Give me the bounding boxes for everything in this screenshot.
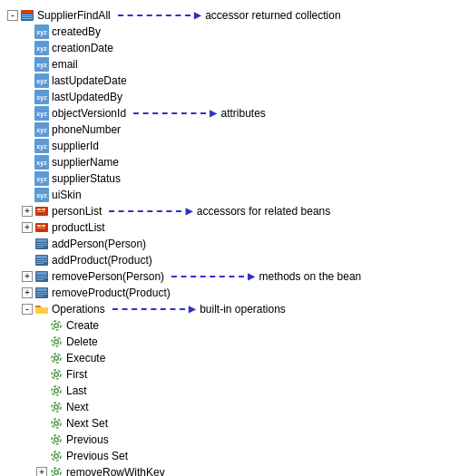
svg-point-35 [55,325,58,327]
svg-rect-8 [37,211,45,212]
label-supplierStatus: supplierStatus [52,172,121,185]
label-removeRowWithKey: removeRowWithKey [66,466,165,476]
attr-objectVersionId[interactable]: xyz objectVersionId ▶ attributes [4,105,455,121]
label-supplierId: supplierId [52,140,99,152]
removeRowWithKey-expand[interactable]: + [36,467,47,476]
rel-productList[interactable]: + productList [4,219,455,236]
xyz-icon-supplierName: xyz [34,155,49,170]
label-supplierName: supplierName [52,156,119,169]
svg-rect-17 [36,247,44,248]
label-lastUpdatedBy: lastUpdatedBy [52,91,122,103]
method-addPerson[interactable]: addPerson(Person) [4,236,455,252]
removePerson-expand[interactable]: + [22,271,33,282]
tree-root[interactable]: - SupplierFindAll ▶ accessor returned co… [4,7,455,24]
operations-folder-icon [34,302,49,316]
label-creationDate: creationDate [52,42,113,54]
svg-rect-20 [36,259,47,260]
svg-rect-12 [37,228,45,228]
label-phoneNumber: phoneNumber [52,123,121,136]
label-removeProduct: removeProduct(Product) [52,287,171,299]
method-icon-removeProduct [34,286,49,300]
xyz-icon-createdBy: xyz [34,24,49,39]
xyz-icon-supplierStatus: xyz [34,171,49,186]
method-removePerson[interactable]: + removePerson(Person) ▶ methods on the … [4,268,455,285]
svg-rect-22 [36,263,44,264]
label-addProduct: addProduct(Product) [52,254,152,267]
svg-rect-32 [36,296,44,296]
label-removePerson: removePerson(Person) [52,270,164,283]
attr-email[interactable]: xyz email [4,56,455,73]
svg-rect-3 [22,16,33,17]
label-create: Create [66,319,99,332]
gear-icon-next-set [49,416,63,431]
attr-supplierId[interactable]: xyz supplierId [4,138,455,154]
op-next-set[interactable]: Next Set [4,415,455,432]
label-execute: Execute [66,352,105,364]
productList-expand[interactable]: + [22,222,33,233]
label-delete: Delete [66,335,98,348]
label-personList: personList [52,205,102,218]
op-last[interactable]: Last [4,383,455,399]
removeProduct-expand[interactable]: + [22,287,33,298]
attr-creationDate[interactable]: xyz creationDate [4,40,455,56]
xyz-icon-supplierId: xyz [34,139,49,153]
method-icon-removePerson [34,269,49,284]
label-email: email [52,58,78,71]
dashed-line-1 [118,15,190,16]
root-annotation: ▶ accessor returned collection [118,9,341,22]
method-addProduct[interactable]: addProduct(Product) [4,252,455,268]
svg-point-62 [55,471,58,474]
attr-annotation-text: attributes [221,107,266,120]
folder-operations[interactable]: - Operations ▶ built-in operations [4,301,455,317]
svg-point-44 [55,374,58,376]
op-delete[interactable]: Delete [4,334,455,350]
attr-supplierName[interactable]: xyz supplierName [4,154,455,170]
root-expand[interactable]: - [7,10,18,21]
attr-uiSkin[interactable]: xyz uiSkin [4,187,455,203]
op-previous-set[interactable]: Previous Set [4,448,455,464]
attr-createdBy[interactable]: xyz createdBy [4,24,455,40]
svg-rect-15 [36,243,47,244]
gear-icon-previous-set [49,449,63,463]
label-next: Next [66,401,89,413]
redbox-icon-productList [34,220,49,235]
op-next[interactable]: Next [4,399,455,415]
label-objectVersionId: objectVersionId [52,107,126,120]
svg-rect-26 [36,277,47,278]
op-previous[interactable]: Previous [4,432,455,448]
method-removeProduct[interactable]: + removeProduct(Product) [4,285,455,301]
personList-expand[interactable]: + [22,206,33,217]
label-lastUpdateDate: lastUpdateDate [52,74,127,87]
gear-icon-first [49,367,63,382]
attr-lastUpdatedBy[interactable]: xyz lastUpdatedBy [4,89,455,105]
operations-expand[interactable]: - [22,304,33,315]
op-create[interactable]: Create [4,317,455,334]
dashed-line-2 [133,112,206,114]
operations-annotation-text: built-in operations [200,303,286,316]
op-execute[interactable]: Execute [4,350,455,366]
arrow-2: ▶ [210,107,217,120]
related-annotation-text: accessors for related beans [197,205,330,218]
xyz-icon-lastUpdateDate: xyz [34,73,49,88]
dashed-line-4 [171,276,244,277]
svg-rect-6 [37,209,41,210]
svg-point-50 [55,406,58,409]
arrow-3: ▶ [185,205,192,218]
dashed-line-3 [109,210,181,212]
objectVersionId-annotation: ▶ attributes [133,107,266,120]
op-removeRowWithKey[interactable]: + removeRowWithKey [4,464,455,476]
svg-rect-11 [42,225,45,227]
label-createdBy: createdBy [52,25,101,38]
attr-supplierStatus[interactable]: xyz supplierStatus [4,170,455,187]
rel-personList[interactable]: + personList ▶ accessors for related bea… [4,203,455,219]
attr-lastUpdateDate[interactable]: xyz lastUpdateDate [4,73,455,89]
op-first[interactable]: First [4,366,455,383]
attr-phoneNumber[interactable]: xyz phoneNumber [4,121,455,138]
label-operations: Operations [52,303,105,316]
svg-rect-14 [36,239,47,242]
svg-rect-7 [42,209,45,210]
removePerson-annotation: ▶ methods on the bean [171,270,361,283]
label-next-set: Next Set [66,417,108,430]
arrow-1: ▶ [194,9,201,22]
gear-icon-removeRowWithKey [49,465,63,476]
